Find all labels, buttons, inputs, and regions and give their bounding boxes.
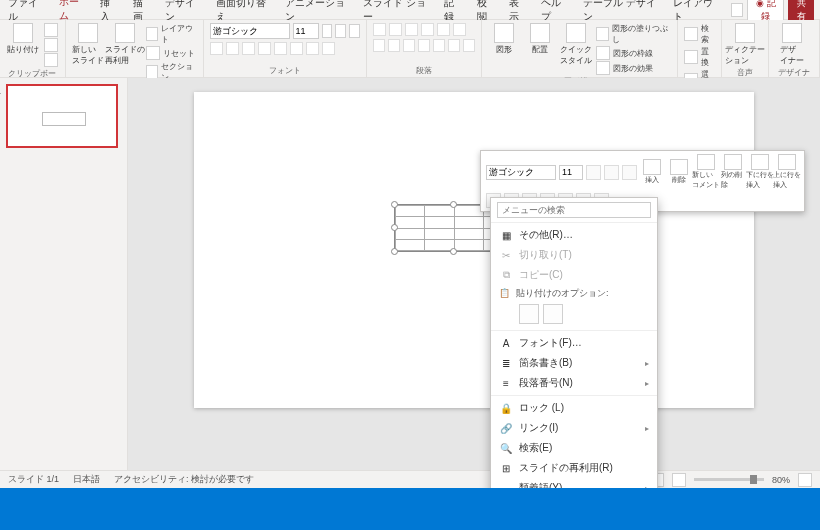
group-voice: ディクテー ション 音声 — [722, 20, 769, 77]
ctx-item-other[interactable]: ▦その他(R)… — [491, 225, 657, 245]
font-size-select[interactable] — [293, 23, 319, 39]
grid-icon: ▦ — [499, 228, 513, 242]
increase-font-icon[interactable] — [322, 24, 333, 38]
resize-handle[interactable] — [391, 248, 398, 255]
slideshow-view-button[interactable] — [672, 473, 686, 487]
smartart-button[interactable] — [463, 39, 475, 52]
group-drawing: 図形 配置 クイック スタイル 図形の塗りつぶし 図形の枠線 図形の効果 図形描… — [482, 20, 678, 77]
zoom-slider[interactable] — [694, 478, 764, 481]
zoom-percent[interactable]: 80% — [772, 475, 790, 485]
mini-font-size[interactable] — [559, 165, 583, 180]
mini-increase-font-icon[interactable] — [586, 165, 601, 180]
group-editing: 検索 置換 選択 編集 — [678, 20, 722, 77]
shape-effects-menu[interactable]: 図形の効果 — [596, 61, 672, 75]
italic-button[interactable] — [226, 42, 239, 55]
clear-format-icon[interactable] — [349, 24, 360, 38]
designer-button[interactable]: デザ イナー — [775, 23, 809, 66]
ctx-item-search[interactable]: 🔍検索(E) — [491, 438, 657, 458]
paste-button[interactable]: 貼り付け — [6, 23, 40, 55]
mini-decrease-font-icon[interactable] — [604, 165, 619, 180]
comments-icon[interactable] — [731, 3, 744, 17]
font-name-select[interactable] — [210, 23, 290, 39]
group-designer: デザ イナー デザイナー — [769, 20, 820, 77]
paste-option-2[interactable] — [543, 304, 563, 324]
mini-insert-row-above-button[interactable]: 上に行を 挿入 — [775, 154, 799, 190]
ctx-item-bullets[interactable]: ≣箇条書き(B)▸ — [491, 353, 657, 373]
bullets-icon: ≣ — [499, 356, 513, 370]
status-language[interactable]: 日本語 — [73, 473, 100, 486]
group-label-font: フォント — [210, 64, 360, 76]
align-right-button[interactable] — [403, 39, 415, 52]
replace-button[interactable]: 置換 — [684, 46, 715, 68]
reuse-icon: ⊞ — [499, 461, 513, 475]
ribbon-tabs: ファイル ホーム 挿入 描画 デザイン 画面切り替え アニメーション スライド … — [0, 0, 820, 20]
shadow-button[interactable] — [274, 42, 287, 55]
status-accessibility[interactable]: アクセシビリティ: 検討が必要です — [114, 473, 254, 486]
copy-icon: ⧉ — [499, 268, 513, 282]
ctx-item-cut: ✂切り取り(T) — [491, 245, 657, 265]
underline-button[interactable] — [242, 42, 255, 55]
resize-handle[interactable] — [450, 248, 457, 255]
new-slide-button[interactable]: 新しい スライド — [72, 23, 104, 66]
indent-inc-button[interactable] — [421, 23, 434, 36]
strike-button[interactable] — [258, 42, 271, 55]
dictate-button[interactable]: ディクテー ション — [728, 23, 762, 66]
ctx-item-reuse-slides[interactable]: ⊞スライドの再利用(R) — [491, 458, 657, 478]
resize-handle[interactable] — [391, 224, 398, 231]
paste-option-1[interactable] — [519, 304, 539, 324]
mini-delete-col-button[interactable]: 列の削除 — [721, 154, 745, 190]
search-icon: 🔍 — [499, 441, 513, 455]
mini-font-name[interactable] — [486, 165, 556, 180]
ctx-item-link[interactable]: 🔗リンク(I)▸ — [491, 418, 657, 438]
bold-button[interactable] — [210, 42, 223, 55]
reset-button[interactable]: リセット — [146, 46, 197, 60]
cut-icon[interactable] — [44, 23, 58, 37]
scissors-icon: ✂ — [499, 248, 513, 262]
arrange-button[interactable]: 配置 — [524, 23, 556, 55]
fit-window-button[interactable] — [798, 473, 812, 487]
slide-canvas-area[interactable] — [128, 78, 820, 470]
group-label-paragraph: 段落 — [373, 64, 475, 76]
shape-outline-menu[interactable]: 図形の枠線 — [596, 46, 672, 60]
ctx-item-font[interactable]: Aフォント(F)… — [491, 333, 657, 353]
text-direction-button[interactable] — [453, 23, 466, 36]
align-center-button[interactable] — [388, 39, 400, 52]
group-font: フォント — [204, 20, 367, 77]
decrease-font-icon[interactable] — [335, 24, 346, 38]
shape-fill-menu[interactable]: 図形の塗りつぶし — [596, 23, 672, 45]
ctx-paste-options — [491, 302, 657, 328]
ctx-item-numbering[interactable]: ≡段落番号(N)▸ — [491, 373, 657, 393]
ctx-item-lock[interactable]: 🔒ロック (L) — [491, 398, 657, 418]
justify-button[interactable] — [418, 39, 430, 52]
resize-handle[interactable] — [391, 201, 398, 208]
bullets-button[interactable] — [373, 23, 386, 36]
resize-handle[interactable] — [450, 201, 457, 208]
copy-icon[interactable] — [44, 38, 58, 52]
spacing-button[interactable] — [290, 42, 303, 55]
font-icon: A — [499, 336, 513, 350]
change-case-button[interactable] — [306, 42, 319, 55]
format-painter-icon[interactable] — [44, 53, 58, 67]
mini-format-painter-icon[interactable] — [622, 165, 637, 180]
shapes-button[interactable]: 図形 — [488, 23, 520, 55]
mini-delete-button[interactable]: 削除 — [667, 159, 691, 185]
numbering-button[interactable] — [389, 23, 402, 36]
mini-new-comment-button[interactable]: 新しい コメント — [694, 154, 718, 190]
mini-insert-button[interactable]: 挿入 — [640, 159, 664, 185]
layout-menu[interactable]: レイアウト — [146, 23, 197, 45]
find-button[interactable]: 検索 — [684, 23, 715, 45]
slide[interactable] — [194, 92, 754, 408]
font-color-button[interactable] — [322, 42, 335, 55]
indent-dec-button[interactable] — [405, 23, 418, 36]
slide-thumbnail-1[interactable] — [6, 84, 118, 148]
thumbnail-pane[interactable] — [0, 78, 128, 470]
columns-button[interactable] — [433, 39, 445, 52]
reuse-slides-button[interactable]: スライドの 再利用 — [108, 23, 142, 66]
group-clipboard: 貼り付け クリップボード — [0, 20, 66, 77]
align-text-button[interactable] — [448, 39, 460, 52]
menu-search-input[interactable] — [497, 202, 651, 218]
align-left-button[interactable] — [373, 39, 385, 52]
line-spacing-button[interactable] — [437, 23, 450, 36]
quick-styles-button[interactable]: クイック スタイル — [560, 23, 592, 66]
mini-insert-row-below-button[interactable]: 下に行を 挿入 — [748, 154, 772, 190]
